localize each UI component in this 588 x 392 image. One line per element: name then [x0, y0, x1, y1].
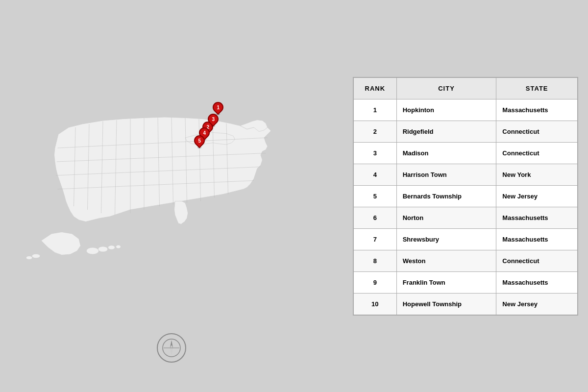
- state-cell: Massachusetts: [496, 99, 578, 121]
- rank-cell: 5: [354, 185, 397, 207]
- state-header: STATE: [496, 77, 578, 99]
- rank-cell: 4: [354, 164, 397, 185]
- city-cell: Madison: [396, 142, 496, 164]
- state-cell: Connecticut: [496, 142, 578, 164]
- city-cell: Weston: [396, 250, 496, 271]
- state-cell: Connecticut: [496, 250, 578, 271]
- rankings-table-container: RANK CITY STATE 1HopkintonMassachusetts2…: [353, 77, 578, 316]
- rank-header: RANK: [354, 77, 397, 99]
- rank-cell: 1: [354, 99, 397, 121]
- state-cell: Massachusetts: [496, 207, 578, 228]
- city-cell: Hopkinton: [396, 99, 496, 121]
- rank-cell: 9: [354, 271, 397, 293]
- city-cell: Shrewsbury: [396, 228, 496, 250]
- state-cell: New York: [496, 164, 578, 185]
- rank-cell: 6: [354, 207, 397, 228]
- city-cell: Hopewell Township: [396, 293, 496, 315]
- state-cell: New Jersey: [496, 293, 578, 315]
- usa-map: [5, 93, 338, 299]
- svg-point-19: [98, 246, 108, 252]
- table-row: 1HopkintonMassachusetts: [354, 99, 578, 121]
- city-cell: Bernards Township: [396, 185, 496, 207]
- table-row: 6NortonMassachusetts: [354, 207, 578, 228]
- rank-cell: 2: [354, 121, 397, 142]
- svg-point-20: [108, 245, 115, 249]
- state-cell: Massachusetts: [496, 228, 578, 250]
- table-row: 7ShrewsburyMassachusetts: [354, 228, 578, 250]
- table-row: 4Harrison TownNew York: [354, 164, 578, 185]
- map-container: 1 2 3 4 5: [0, 0, 343, 392]
- city-cell: Ridgefield: [396, 121, 496, 142]
- city-cell: Harrison Town: [396, 164, 496, 185]
- svg-point-18: [86, 247, 98, 254]
- city-cell: Franklin Town: [396, 271, 496, 293]
- svg-point-21: [116, 245, 121, 248]
- compass-rose: [157, 333, 186, 363]
- svg-point-17: [26, 256, 32, 260]
- table-row: 5Bernards TownshipNew Jersey: [354, 185, 578, 207]
- table-row: 3MadisonConnecticut: [354, 142, 578, 164]
- state-cell: New Jersey: [496, 185, 578, 207]
- state-cell: Massachusetts: [496, 271, 578, 293]
- city-header: CITY: [396, 77, 496, 99]
- rank-cell: 10: [354, 293, 397, 315]
- city-cell: Norton: [396, 207, 496, 228]
- table-row: 10Hopewell TownshipNew Jersey: [354, 293, 578, 315]
- rankings-table: RANK CITY STATE 1HopkintonMassachusetts2…: [353, 77, 578, 315]
- state-cell: Connecticut: [496, 121, 578, 142]
- svg-point-16: [32, 254, 40, 258]
- table-row: 9Franklin TownMassachusetts: [354, 271, 578, 293]
- rank-cell: 7: [354, 228, 397, 250]
- table-row: 2RidgefieldConnecticut: [354, 121, 578, 142]
- table-row: 8WestonConnecticut: [354, 250, 578, 271]
- rank-cell: 3: [354, 142, 397, 164]
- table-header-row: RANK CITY STATE: [354, 77, 578, 99]
- rank-cell: 8: [354, 250, 397, 271]
